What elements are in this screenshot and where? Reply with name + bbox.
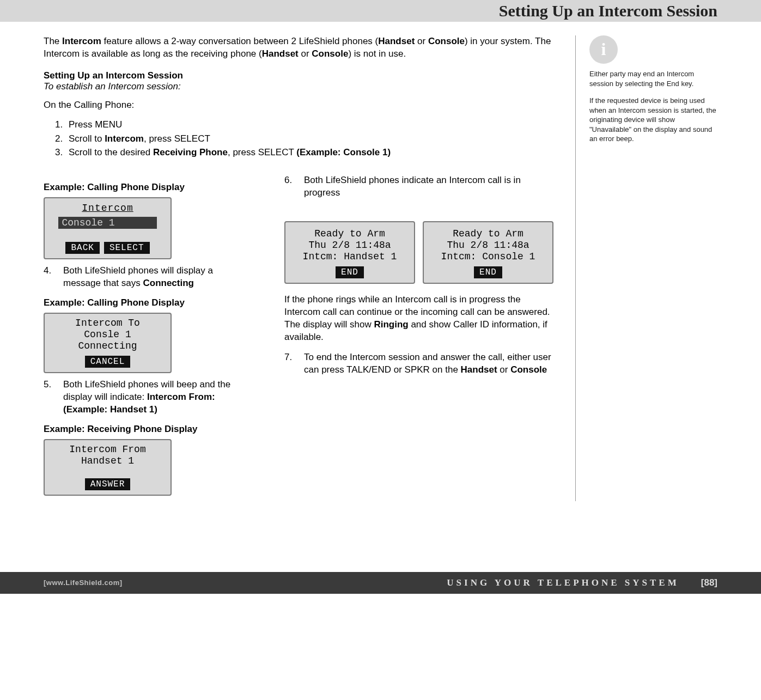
bold: Console	[312, 48, 348, 59]
bold: Handset	[262, 48, 299, 59]
lcd-line: Consle 1	[45, 329, 171, 340]
right-sub-column: 6. Both LifeShield phones indicate an In…	[284, 174, 553, 501]
intro-paragraph: The Intercom feature allows a 2-way conv…	[44, 35, 553, 60]
softkey-cancel[interactable]: CANCEL	[85, 356, 131, 368]
lcd-connecting: Intercom To Consle 1 Connecting CANCEL	[44, 313, 172, 373]
step-2: Scroll to Intercom, press SELECT	[65, 132, 553, 145]
text: Press MENU	[69, 119, 122, 130]
text: or	[415, 36, 428, 46]
bold: Handset	[378, 36, 415, 46]
on-calling-label: On the Calling Phone:	[44, 100, 553, 111]
steps-1-3: Press MENU Scroll to Intercom, press SEL…	[44, 118, 553, 159]
text: , press SELECT	[144, 133, 210, 144]
softkey-row: END	[424, 266, 552, 278]
bold: Intercom From:	[147, 392, 215, 402]
bold: Receiving Phone	[153, 147, 228, 157]
bold: (Example: Console 1)	[296, 147, 391, 157]
text: Scroll to	[69, 133, 105, 144]
step-text: Both LifeShield phones will beep and the…	[63, 379, 252, 416]
bold: Handset	[461, 364, 497, 375]
lcd-line: Connecting	[45, 340, 171, 351]
footer: [www.LifeShield.com] USING YOUR TELEPHON…	[0, 572, 761, 594]
step-7: 7. To end the Intercom session and answe…	[284, 351, 553, 376]
text: , press SELECT	[228, 147, 296, 157]
lcd-intercom-from: Intercom From Handset 1 ANSWER	[44, 439, 172, 496]
step-text: To end the Intercom session and answer t…	[304, 351, 553, 376]
lcd-intcm-console: Ready to Arm Thu 2/8 11:48a Intcm: Conso…	[423, 221, 553, 284]
section-subhead: Setting Up an Intercom Session	[44, 70, 553, 81]
softkey-row: ANSWER	[45, 478, 171, 490]
bold: Console	[510, 364, 547, 375]
info-icon: i	[589, 35, 618, 64]
footer-section: USING YOUR TELEPHONE SYSTEM	[447, 577, 679, 588]
main-column: The Intercom feature allows a 2-way conv…	[44, 35, 576, 501]
lcd-line: Thu 2/8 11:48a	[285, 240, 414, 251]
step-text: Both LifeShield phones will display a me…	[63, 265, 252, 290]
softkey-row: END	[285, 266, 414, 278]
sidebar: i Either party may end an Intercom sessi…	[576, 35, 717, 501]
lcd-title: Intercom	[45, 203, 171, 214]
softkey-select[interactable]: SELECT	[104, 242, 150, 254]
lcd-line: Thu 2/8 11:48a	[424, 240, 552, 251]
step-number: 7.	[284, 351, 304, 376]
text: Scroll to the desired	[69, 147, 153, 157]
text: ) is not in use.	[348, 48, 406, 59]
step-5: 5. Both LifeShield phones will beep and …	[44, 379, 252, 416]
bold: Console	[428, 36, 465, 46]
softkey-row: CANCEL	[45, 356, 171, 368]
softkey-answer[interactable]: ANSWER	[85, 478, 131, 490]
step-6: 6. Both LifeShield phones indicate an In…	[284, 174, 553, 199]
step-4: 4. Both LifeShield phones will display a…	[44, 265, 252, 290]
lcd-line: Intercom To	[45, 318, 171, 328]
softkey-back[interactable]: BACK	[65, 242, 99, 254]
step-number: 5.	[44, 379, 63, 416]
step-1: Press MENU	[65, 118, 553, 131]
softkey-row: BACK SELECT	[45, 242, 171, 254]
lcd-line: Handset 1	[45, 455, 171, 466]
step-3: Scroll to the desired Receiving Phone, p…	[65, 146, 553, 159]
info-glyph: i	[601, 38, 606, 61]
lcd-selected-item: Console 1	[58, 217, 156, 229]
lcd-line: Intcm: Console 1	[424, 251, 552, 262]
bold: Intercom	[62, 36, 101, 46]
bold: Intercom	[105, 133, 144, 144]
example-label-calling-1: Example: Calling Phone Display	[44, 182, 252, 193]
bold: Ringing	[374, 319, 408, 330]
page-title: Setting Up an Intercom Session	[499, 2, 717, 20]
softkey-end[interactable]: END	[336, 266, 364, 278]
lcd-pair: Ready to Arm Thu 2/8 11:48a Intcm: Hands…	[284, 221, 553, 289]
footer-page-number: [88]	[701, 577, 717, 588]
lcd-intcm-handset: Ready to Arm Thu 2/8 11:48a Intcm: Hands…	[284, 221, 415, 284]
step-number: 6.	[284, 174, 304, 199]
sidebar-para-1: Either party may end an Intercom session…	[589, 69, 717, 88]
lcd-line: Intercom From	[45, 444, 171, 455]
footer-url: [www.LifeShield.com]	[44, 579, 123, 587]
example-label-receiving: Example: Receiving Phone Display	[44, 424, 252, 435]
text: feature allows a 2-way conversation betw…	[101, 36, 378, 46]
section-subhead-em: To establish an Intercom session:	[44, 81, 553, 92]
left-sub-column: Example: Calling Phone Display Intercom …	[44, 174, 252, 501]
bold: (Example: Handset 1)	[63, 404, 157, 415]
bold: Connecting	[143, 278, 194, 288]
lcd-line: Ready to Arm	[424, 228, 552, 239]
lcd-line: Ready to Arm	[285, 228, 414, 239]
after-step-6-para: If the phone rings while an Intercom cal…	[284, 294, 553, 344]
example-label-calling-2: Example: Calling Phone Display	[44, 297, 252, 308]
text: or	[299, 48, 312, 59]
page-body: The Intercom feature allows a 2-way conv…	[0, 22, 761, 556]
step-number: 4.	[44, 265, 63, 290]
softkey-end[interactable]: END	[474, 266, 502, 278]
header-band: Setting Up an Intercom Session	[0, 0, 761, 22]
step-text: Both LifeShield phones indicate an Inter…	[304, 174, 553, 199]
text: The	[44, 36, 62, 46]
lcd-intercom-select: Intercom Console 1 BACK SELECT	[44, 197, 172, 259]
lcd-line: Intcm: Handset 1	[285, 251, 414, 262]
two-columns: Example: Calling Phone Display Intercom …	[44, 174, 553, 501]
sidebar-para-2: If the requested device is being used wh…	[589, 96, 717, 144]
text: or	[497, 364, 511, 375]
